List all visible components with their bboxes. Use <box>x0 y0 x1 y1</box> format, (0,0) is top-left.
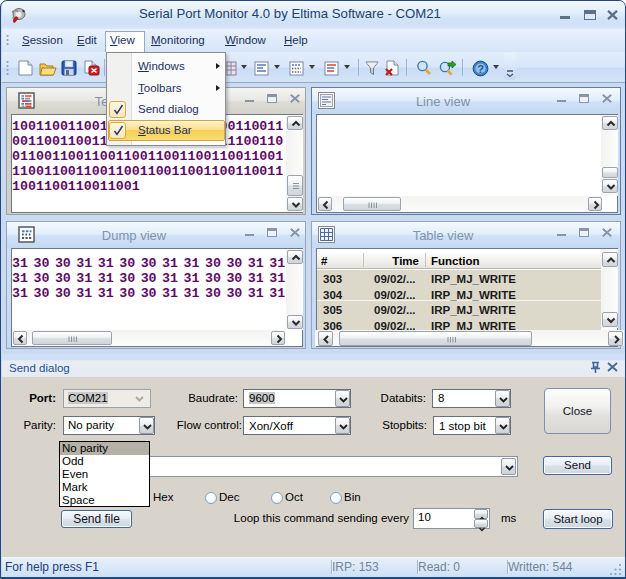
svg-text:?: ? <box>477 63 484 75</box>
